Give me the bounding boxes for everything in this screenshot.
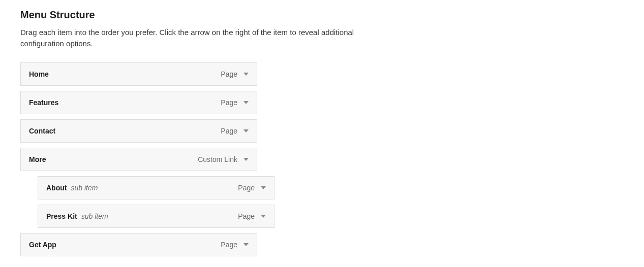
- section-description: Drag each item into the order you prefer…: [20, 27, 366, 49]
- caret-down-icon[interactable]: [243, 158, 249, 161]
- menu-item-label: About: [46, 184, 67, 192]
- menu-item-more[interactable]: More Custom Link: [20, 148, 257, 171]
- menu-item-label: Features: [29, 98, 58, 107]
- menu-item-label: Press Kit: [46, 212, 77, 220]
- menu-item-type: Page: [221, 70, 237, 78]
- sub-item-note: sub item: [71, 184, 98, 192]
- caret-down-icon[interactable]: [243, 101, 249, 104]
- caret-down-icon[interactable]: [243, 73, 249, 76]
- menu-item-label: Contact: [29, 127, 55, 135]
- sub-item-note: sub item: [81, 212, 108, 220]
- menu-item-contact[interactable]: Contact Page: [20, 119, 257, 143]
- caret-down-icon[interactable]: [261, 186, 266, 189]
- menu-item-type: Page: [221, 127, 237, 135]
- caret-down-icon[interactable]: [261, 215, 266, 218]
- menu-item-press-kit[interactable]: Press Kit sub item Page: [38, 205, 274, 228]
- menu-sub-list: About sub item Page Press Kit sub item: [38, 176, 274, 228]
- menu-item-about[interactable]: About sub item Page: [38, 176, 274, 199]
- caret-down-icon[interactable]: [243, 129, 249, 132]
- menu-item-home[interactable]: Home Page: [20, 62, 257, 86]
- menu-item-type: Page: [221, 241, 237, 249]
- menu-item-type: Custom Link: [198, 155, 237, 163]
- menu-item-type: Page: [238, 184, 255, 192]
- section-title: Menu Structure: [20, 9, 624, 21]
- menu-structure-list: Home Page Features Page Contact Pa: [20, 62, 257, 256]
- caret-down-icon[interactable]: [243, 243, 249, 246]
- menu-item-features[interactable]: Features Page: [20, 91, 257, 114]
- menu-item-label: Get App: [29, 241, 56, 249]
- menu-item-get-app[interactable]: Get App Page: [20, 233, 257, 256]
- menu-item-label: Home: [29, 70, 49, 78]
- menu-item-label: More: [29, 155, 46, 163]
- menu-item-type: Page: [221, 98, 237, 107]
- menu-item-type: Page: [238, 212, 255, 220]
